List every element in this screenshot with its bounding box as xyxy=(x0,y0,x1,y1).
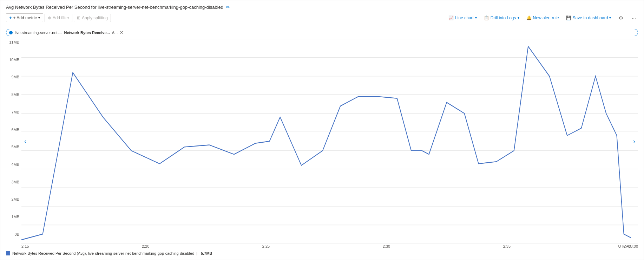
x-label-225: 2:25 xyxy=(262,244,270,248)
x-label-230: 2:30 xyxy=(383,244,390,248)
metric-server: live-streaming-server-net-... xyxy=(15,31,62,35)
y-label-8mb: 8MB xyxy=(11,93,19,97)
new-alert-rule-label: New alert rule xyxy=(533,15,559,20)
y-label-2mb: 2MB xyxy=(11,197,19,201)
y-label-9mb: 9MB xyxy=(11,75,19,79)
more-button[interactable]: ··· xyxy=(630,14,638,22)
y-label-6mb: 6MB xyxy=(11,128,19,132)
metric-close-icon[interactable]: ✕ xyxy=(120,30,124,35)
line-chart-button[interactable]: 📈 Line chart ▾ xyxy=(447,15,478,21)
chart-title: Avg Network Bytes Received Per Second fo… xyxy=(6,5,223,10)
legend-row: Network Bytes Received Per Second (Avg),… xyxy=(6,251,638,255)
y-label-3mb: 3MB xyxy=(11,180,19,184)
legend-value: 5.7MB xyxy=(201,251,212,255)
toolbar: + + Add metric ▾ ⊕ Add filter ⊞ Apply sp… xyxy=(6,13,638,25)
x-axis: 2:15 2:20 2:25 2:30 2:35 2:40 UTC+08:00 xyxy=(6,244,638,248)
utc-label: UTC+08:00 xyxy=(618,244,638,248)
save-to-dashboard-label: Save to dashboard xyxy=(573,15,608,20)
drill-chevron: ▾ xyxy=(518,16,519,20)
metric-tag[interactable]: live-streaming-server-net-... Network By… xyxy=(6,29,638,36)
more-icon: ··· xyxy=(632,15,636,21)
metric-dot xyxy=(9,31,13,34)
y-label-7mb: 7MB xyxy=(11,110,19,114)
metric-name: Network Bytes Receive... xyxy=(64,31,110,35)
x-label-215: 2:15 xyxy=(21,244,29,248)
main-container: Avg Network Bytes Received Per Second fo… xyxy=(0,0,644,260)
y-axis: 11MB 10MB 9MB 8MB 7MB 6MB 5MB 4MB 3MB 2M… xyxy=(6,39,21,243)
line-chart-icon: 📈 xyxy=(448,15,454,20)
chart-wrapper: ‹ 11MB 10MB 9MB 8MB 7MB 6MB 5MB 4MB 3MB … xyxy=(6,39,638,243)
metric-suffix: A... xyxy=(112,31,118,35)
toolbar-right: 📈 Line chart ▾ 📋 Drill into Logs ▾ 🔔 New… xyxy=(447,14,638,22)
drill-into-logs-label: Drill into Logs xyxy=(491,15,516,20)
apply-splitting-label: Apply splitting xyxy=(82,15,108,20)
nav-right-button[interactable]: › xyxy=(632,136,637,147)
y-label-1mb: 1MB xyxy=(11,215,19,219)
y-label-11mb: 11MB xyxy=(9,40,19,44)
add-metric-button[interactable]: + + Add metric ▾ xyxy=(6,13,43,22)
y-label-4mb: 4MB xyxy=(11,163,19,167)
new-alert-rule-button[interactable]: 🔔 New alert rule xyxy=(525,15,560,21)
drill-into-logs-button[interactable]: 📋 Drill into Logs ▾ xyxy=(482,15,521,21)
drill-icon: 📋 xyxy=(484,15,489,20)
y-label-5mb: 5MB xyxy=(11,145,19,149)
legend-label: Network Bytes Received Per Second (Avg),… xyxy=(12,251,194,255)
add-filter-button[interactable]: ⊕ Add filter xyxy=(45,14,72,22)
chart-inner xyxy=(21,39,638,243)
edit-icon[interactable]: ✏ xyxy=(226,5,230,10)
apply-splitting-button[interactable]: ⊞ Apply splitting xyxy=(74,14,111,22)
x-label-220: 2:20 xyxy=(142,244,149,248)
legend-color-swatch xyxy=(6,251,10,255)
y-label-0b: 0B xyxy=(15,233,19,236)
chart-area: ‹ 11MB 10MB 9MB 8MB 7MB 6MB 5MB 4MB 3MB … xyxy=(6,39,638,255)
gear-icon: ⚙ xyxy=(619,15,623,21)
line-chart-chevron: ▾ xyxy=(475,16,477,20)
line-chart-label: Line chart xyxy=(455,15,474,20)
y-label-10mb: 10MB xyxy=(9,58,19,62)
add-filter-label: Add filter xyxy=(53,15,69,20)
add-metric-label: + Add metric xyxy=(13,15,37,20)
add-icon: + xyxy=(9,15,12,20)
add-metric-chevron: ▾ xyxy=(38,16,40,20)
alert-icon: 🔔 xyxy=(526,15,532,20)
gear-button[interactable]: ⚙ xyxy=(617,14,625,22)
save-to-dashboard-button[interactable]: 💾 Save to dashboard ▾ xyxy=(565,15,613,21)
toolbar-left: + + Add metric ▾ ⊕ Add filter ⊞ Apply sp… xyxy=(6,13,111,22)
tags-row: live-streaming-server-net-... Network By… xyxy=(6,29,638,36)
save-icon: 💾 xyxy=(566,15,571,20)
filter-icon: ⊕ xyxy=(48,15,51,20)
save-chevron: ▾ xyxy=(609,16,611,20)
title-row: Avg Network Bytes Received Per Second fo… xyxy=(6,5,638,10)
nav-left-button[interactable]: ‹ xyxy=(23,136,28,147)
chart-svg xyxy=(21,39,638,243)
svg-rect-1 xyxy=(21,39,638,243)
x-label-235: 2:35 xyxy=(503,244,511,248)
splitting-icon: ⊞ xyxy=(77,15,80,20)
